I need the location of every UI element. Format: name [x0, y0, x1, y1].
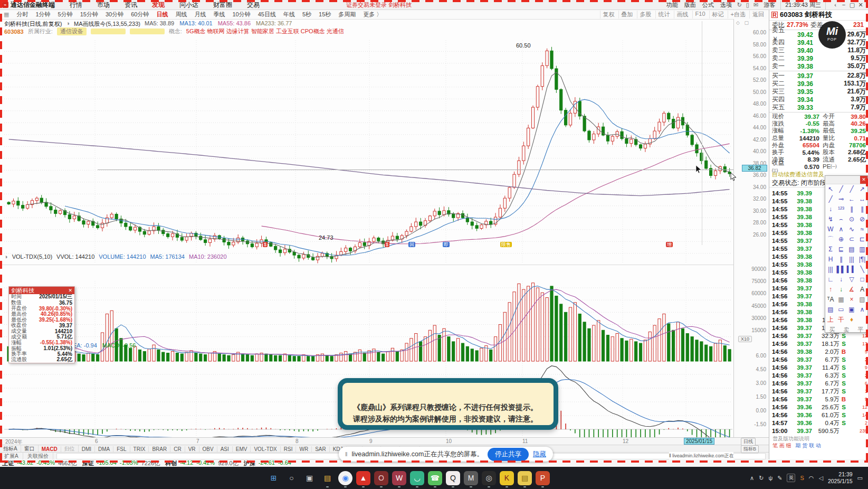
indicator-tab[interactable]: SAR — [312, 446, 330, 452]
menu-bar-icon[interactable]: ▯ — [746, 2, 749, 8]
draw-tool-icon[interactable]: ∟ — [825, 275, 836, 285]
bid-row[interactable]: 买四39.343.9万 — [769, 96, 868, 104]
panel-footer-note[interactable]: 普及版功能说明 — [769, 435, 868, 442]
draw-tool-icon[interactable]: ╱ — [825, 194, 836, 204]
taskbar-app-chrome[interactable]: ◉ — [338, 471, 352, 485]
draw-tool-icon[interactable]: ← — [846, 194, 857, 204]
period-item[interactable]: 15秒 — [315, 11, 335, 18]
period-item[interactable]: 30分钟 — [102, 11, 127, 18]
industry-chip-blurred[interactable] — [91, 29, 126, 34]
draw-tool-icon[interactable]: ∥ — [836, 255, 846, 265]
event-flag-icon[interactable]: 回 — [408, 242, 415, 247]
chart-tool-button[interactable]: 复权 — [600, 11, 617, 18]
period-item[interactable]: 分时 — [13, 11, 32, 18]
back-button[interactable]: ‹ — [831, 2, 840, 8]
taskbar-app-wechat[interactable]: ☎ — [428, 471, 442, 485]
taskbar-app-notes[interactable]: ▤ — [518, 471, 532, 485]
period-item[interactable]: 10分钟 — [228, 11, 254, 18]
palette-footer-item[interactable]: 卖 — [843, 326, 849, 334]
chart-tool-button[interactable]: 返回 — [749, 11, 767, 18]
taskbar-app-wh6[interactable]: W — [392, 471, 406, 485]
period-item[interactable]: 5分钟 — [54, 11, 77, 18]
tick-row[interactable]: 14:5639.3717.7万S1 — [769, 388, 868, 396]
maximize-button[interactable]: ▢ — [848, 2, 856, 8]
tick-row[interactable]: 14:5639.376.3万S2 — [769, 372, 868, 380]
period-item[interactable]: 日线 — [152, 11, 171, 18]
tick-row[interactable]: 14:5639.375.9万B9 — [769, 396, 868, 403]
draw-tool-icon[interactable]: ⊑ — [836, 245, 846, 255]
draw-quick-icons[interactable]: 笔 画 细 — [772, 442, 791, 449]
tick-row[interactable]: 14:5639.3718.1万S17 — [769, 340, 868, 348]
bid-row[interactable]: 买二39.36153.1万 — [769, 80, 868, 88]
industry-chip-blurred[interactable] — [130, 29, 165, 34]
stock-code-name[interactable]: 603083 剑桥科技 — [780, 10, 832, 20]
draw-tool-icon[interactable]: 上 — [825, 315, 836, 325]
stop-sharing-button[interactable]: 停止共享 — [488, 448, 529, 461]
event-flag-icon[interactable]: $ — [263, 242, 268, 247]
tick-row[interactable]: 14:5639.3625.6万S12 — [769, 403, 868, 411]
menu-bar-icon[interactable]: ✉ — [753, 2, 758, 8]
taskbar-app-tdx[interactable]: ▲ — [356, 471, 370, 485]
palette-header[interactable]: ✕ — [825, 176, 867, 184]
chart-tool-button[interactable]: +自选 — [728, 11, 748, 18]
indicator-tab[interactable]: OBV — [199, 446, 217, 452]
draw-tool-icon[interactable]: ▤ — [846, 245, 857, 255]
tray-ime[interactable]: 英 — [787, 474, 795, 482]
draw-tool-icon[interactable]: ᵀA — [825, 295, 836, 305]
draw-tool-icon[interactable]: ↖ — [825, 184, 836, 194]
tray-sync[interactable]: ↻ — [759, 475, 764, 482]
indicator-b-tab[interactable]: 指标B — [741, 445, 759, 453]
period-item[interactable]: 45日线 — [254, 11, 280, 18]
tick-row[interactable]: 14:5639.3661.0万S14 — [769, 411, 868, 419]
draw-tool-icon[interactable]: ⌒ — [825, 234, 836, 245]
close-button[interactable]: ✕ — [856, 2, 865, 8]
taskbar-app-start[interactable]: ⊞ — [266, 471, 281, 485]
taskbar-app-search[interactable]: ○ — [284, 471, 299, 485]
draw-tool-icon[interactable]: ▍▍ — [846, 265, 857, 275]
bid-row[interactable]: 买三39.3521.6万 — [769, 88, 868, 96]
draw-tool-icon[interactable]: ∡ — [846, 285, 857, 295]
tick-row[interactable]: 14:5739.360.4万S2 — [769, 419, 868, 427]
chart-tool-button[interactable]: 标记 — [709, 11, 727, 18]
draw-tool-icon[interactable]: ▤ — [825, 305, 836, 315]
axis-mini-icons[interactable]: ◇ ▢ — [736, 20, 750, 25]
indicator-tab[interactable]: ASI — [217, 446, 233, 452]
notification-icon[interactable]: ▭ — [857, 475, 863, 482]
tray-hidden-icons[interactable]: ∧ — [750, 475, 754, 482]
status-tab[interactable]: 关联报价 — [23, 453, 53, 460]
draw-tool-icon[interactable]: × — [846, 295, 857, 305]
draw-tool-icon[interactable]: ∥ — [846, 204, 857, 214]
tray-pen[interactable]: ✎ — [777, 475, 782, 482]
draw-tool-icon[interactable]: ||| — [846, 255, 857, 265]
taskbar-app-camera[interactable]: ◎ — [482, 471, 496, 485]
indicator-tab[interactable]: DMA — [95, 446, 113, 452]
bid-row[interactable]: 买一39.3722.8万 — [769, 72, 868, 80]
period-item[interactable]: 5秒 — [299, 11, 315, 18]
indicator-tab[interactable]: VR — [185, 446, 199, 452]
industry-chip[interactable]: 通信设备 — [57, 27, 87, 35]
draw-tool-icon[interactable]: ↑ — [825, 285, 836, 295]
period-item[interactable]: 1分钟 — [32, 11, 54, 18]
tray-sogou[interactable]: S — [800, 475, 804, 481]
ask-row[interactable]: 卖三39.4011.8万 — [769, 46, 868, 54]
indicator-tab[interactable]: EMV — [233, 446, 251, 452]
indicator-tab[interactable]: WR — [296, 446, 312, 452]
draw-tool-icon[interactable]: ⌢ — [836, 214, 846, 224]
menu-bar-icon[interactable]: ↻ — [737, 2, 742, 8]
taskbar-app-app-red[interactable]: O — [374, 471, 388, 485]
period-item[interactable]: 月线 — [190, 11, 209, 18]
chart-tool-button[interactable]: 画线 — [674, 11, 691, 18]
taskbar-app-k-app[interactable]: K — [500, 471, 514, 485]
draw-tool-icon[interactable]: ▽ — [846, 275, 857, 285]
popup-close-icon[interactable]: ✕ — [68, 288, 72, 293]
period-item[interactable]: 60分钟 — [127, 11, 152, 18]
period-item[interactable]: 季线 — [209, 11, 228, 18]
tray-microphone[interactable]: ψ — [768, 475, 772, 481]
taskbar-app-task-view[interactable]: ▣ — [302, 471, 317, 485]
indicator-tab[interactable]: RSI — [281, 446, 297, 452]
indicator-group-tab[interactable]: 指标A — [0, 445, 21, 453]
chart-tool-button[interactable]: 多股 — [637, 11, 654, 18]
draw-tool-icon[interactable]: ↓ — [836, 285, 846, 295]
period-item[interactable]: 15分钟 — [77, 11, 102, 18]
indicator-group-tab[interactable]: 窗口 — [21, 445, 39, 453]
